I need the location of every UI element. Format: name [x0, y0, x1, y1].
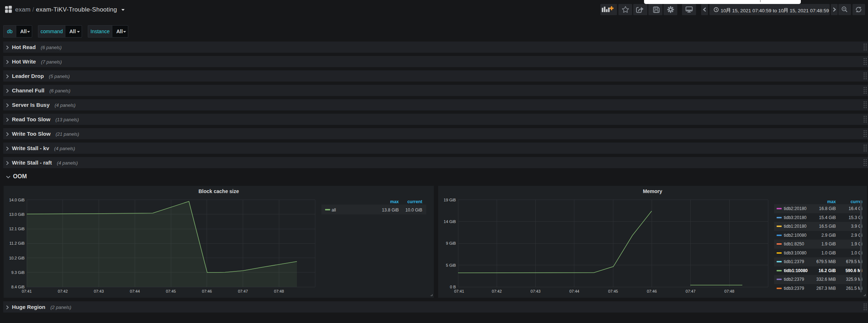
svg-text:07:47: 07:47: [686, 289, 696, 293]
svg-text:9.3 GiB: 9.3 GiB: [11, 270, 25, 275]
svg-text:14.0 GiB: 14.0 GiB: [9, 198, 25, 202]
svg-text:07:48: 07:48: [724, 289, 734, 293]
svg-text:07:46: 07:46: [202, 289, 212, 293]
svg-text:07:47: 07:47: [238, 289, 248, 293]
svg-text:8.4 GiB: 8.4 GiB: [11, 285, 25, 289]
svg-text:07:43: 07:43: [531, 289, 541, 293]
svg-text:11.2 GiB: 11.2 GiB: [9, 241, 25, 245]
svg-text:10.2 GiB: 10.2 GiB: [9, 256, 25, 260]
svg-text:19 GiB: 19 GiB: [444, 198, 456, 202]
svg-text:5 GiB: 5 GiB: [446, 263, 456, 267]
svg-text:07:43: 07:43: [94, 289, 104, 293]
svg-text:9 GiB: 9 GiB: [446, 241, 456, 245]
svg-text:07:41: 07:41: [454, 289, 464, 293]
svg-text:07:45: 07:45: [608, 289, 618, 293]
svg-text:07:41: 07:41: [22, 289, 32, 293]
svg-text:07:44: 07:44: [569, 289, 579, 293]
svg-text:14 GiB: 14 GiB: [444, 219, 456, 224]
svg-text:07:45: 07:45: [166, 289, 176, 293]
svg-text:07:44: 07:44: [130, 289, 140, 293]
svg-text:0 B: 0 B: [450, 285, 456, 289]
svg-text:13.0 GiB: 13.0 GiB: [9, 212, 25, 217]
svg-text:12.1 GiB: 12.1 GiB: [9, 227, 25, 231]
svg-text:07:42: 07:42: [492, 289, 502, 293]
svg-text:07:42: 07:42: [58, 289, 68, 293]
svg-text:07:48: 07:48: [274, 289, 284, 293]
svg-text:07:46: 07:46: [647, 289, 657, 293]
